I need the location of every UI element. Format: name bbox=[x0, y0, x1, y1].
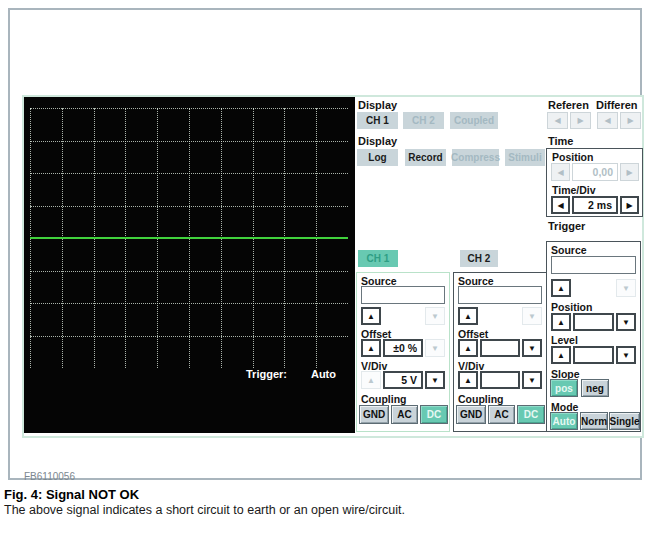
ch2-coupling-ac-button[interactable]: AC bbox=[488, 405, 515, 424]
image-code: FB6110056 bbox=[24, 471, 75, 482]
tab-ch2[interactable]: CH 2 bbox=[460, 250, 498, 267]
ch1-coupling-gnd-button[interactable]: GND bbox=[359, 405, 389, 424]
trigger-source-down-button: ▼ bbox=[616, 279, 636, 297]
trigger-position-label: Position bbox=[551, 301, 592, 313]
trigger-level-down-button[interactable]: ▼ bbox=[616, 346, 636, 364]
ch1-source-input[interactable] bbox=[361, 286, 445, 304]
slope-neg-button[interactable]: neg bbox=[581, 379, 609, 397]
up-arrow-icon: ▲ bbox=[464, 344, 472, 353]
compress-button: Compress bbox=[452, 149, 499, 166]
display-channels-label: Display bbox=[358, 99, 397, 111]
ch2-offset-down-button[interactable]: ▼ bbox=[522, 339, 542, 357]
timediv-decrease-button[interactable]: ◀ bbox=[551, 196, 570, 214]
figure-title: Fig. 4: Signal NOT OK bbox=[4, 487, 139, 502]
down-arrow-icon: ▼ bbox=[528, 312, 536, 321]
ch2-offset-value[interactable] bbox=[480, 339, 520, 357]
trigger-source-input[interactable] bbox=[551, 256, 636, 274]
up-arrow-icon: ▲ bbox=[367, 376, 375, 385]
left-arrow-icon: ◀ bbox=[557, 168, 563, 177]
scope-gridline-horizontal bbox=[30, 336, 348, 337]
ch1-coupling-ac-button[interactable]: AC bbox=[391, 405, 418, 424]
scope-gridline-horizontal bbox=[30, 271, 348, 272]
trigger-position-up-button[interactable]: ▲ bbox=[551, 313, 571, 331]
trigger-position-value[interactable] bbox=[573, 313, 614, 331]
timediv-label: Time/Div bbox=[552, 184, 596, 196]
down-arrow-icon: ▼ bbox=[622, 284, 630, 293]
ch1-panel: Source ▲ ▼ Offset ▲ ±0 % ▼ V/Div ▲ 5 V ▼… bbox=[356, 272, 450, 432]
ch1-offset-up-button[interactable]: ▲ bbox=[361, 339, 381, 357]
right-arrow-icon: ▶ bbox=[627, 116, 633, 125]
down-arrow-icon: ▼ bbox=[622, 351, 630, 360]
up-arrow-icon: ▲ bbox=[367, 312, 375, 321]
scope-grid bbox=[30, 108, 348, 368]
trigger-panel: Source ▲ ▼ Position ▲ ▼ Level ▲ ▼ Slope … bbox=[546, 241, 641, 432]
timediv-value[interactable]: 2 ms bbox=[572, 196, 618, 214]
scope-gridline-horizontal bbox=[30, 303, 348, 304]
ch1-vdiv-value[interactable]: 5 V bbox=[383, 371, 423, 389]
ch1-coupling-label: Coupling bbox=[361, 393, 407, 405]
down-arrow-icon: ▼ bbox=[528, 344, 536, 353]
ch2-source-input[interactable] bbox=[458, 286, 542, 304]
slope-pos-button[interactable]: pos bbox=[550, 379, 578, 397]
differential-label: Differen bbox=[596, 99, 638, 111]
trigger-level-value[interactable] bbox=[573, 346, 614, 364]
reference-label: Referen bbox=[548, 99, 589, 111]
record-button[interactable]: Record bbox=[405, 149, 446, 166]
up-arrow-icon: ▲ bbox=[464, 376, 472, 385]
mode-auto-button[interactable]: Auto bbox=[550, 412, 578, 430]
trigger-level-up-button[interactable]: ▲ bbox=[551, 346, 571, 364]
up-arrow-icon: ▲ bbox=[557, 284, 565, 293]
trigger-position-down-button[interactable]: ▼ bbox=[616, 313, 636, 331]
ch1-coupling-dc-button[interactable]: DC bbox=[420, 405, 448, 424]
trigger-source-up-button[interactable]: ▲ bbox=[551, 279, 571, 297]
mode-norm-button[interactable]: Norm bbox=[580, 412, 608, 430]
ch1-vdiv-up-button: ▲ bbox=[361, 371, 381, 389]
time-position-label: Position bbox=[552, 151, 593, 163]
mode-single-button[interactable]: Single bbox=[609, 412, 640, 430]
ch2-offset-up-button[interactable]: ▲ bbox=[458, 339, 478, 357]
trigger-status-label: Trigger: bbox=[246, 368, 287, 380]
time-position-increase-button: ▶ bbox=[620, 163, 639, 181]
trigger-label: Trigger bbox=[548, 220, 585, 232]
scope-gridline-horizontal bbox=[30, 141, 348, 142]
display-ch1-button[interactable]: CH 1 bbox=[357, 112, 398, 129]
ch2-coupling-dc-button[interactable]: DC bbox=[517, 405, 545, 424]
trigger-status-value: Auto bbox=[311, 368, 336, 380]
ch2-source-up-button[interactable]: ▲ bbox=[458, 307, 478, 325]
ch1-source-up-button[interactable]: ▲ bbox=[361, 307, 381, 325]
scope-gridline-horizontal bbox=[30, 206, 348, 207]
log-button[interactable]: Log bbox=[357, 149, 398, 166]
scope-gridline-horizontal bbox=[30, 173, 348, 174]
timediv-increase-button[interactable]: ▶ bbox=[620, 196, 639, 214]
reference-prev-button: ◀ bbox=[547, 112, 568, 129]
ch2-vdiv-up-button[interactable]: ▲ bbox=[458, 371, 478, 389]
time-position-value: 0,00 bbox=[572, 163, 618, 181]
stimuli-button: Stimuli bbox=[505, 149, 545, 166]
ch1-vdiv-down-button[interactable]: ▼ bbox=[425, 371, 445, 389]
trigger-level-label: Level bbox=[551, 334, 578, 346]
ch1-offset-value[interactable]: ±0 % bbox=[383, 339, 423, 357]
ch1-offset-down-button: ▼ bbox=[425, 339, 445, 357]
down-arrow-icon: ▼ bbox=[431, 312, 439, 321]
differential-prev-button: ◀ bbox=[597, 112, 618, 129]
ch2-coupling-gnd-button[interactable]: GND bbox=[456, 405, 486, 424]
tab-ch1[interactable]: CH 1 bbox=[358, 250, 398, 267]
right-arrow-icon: ▶ bbox=[577, 116, 583, 125]
trigger-source-label: Source bbox=[551, 244, 587, 256]
oscilloscope-app-window: Trigger: Auto Display CH 1 CH 2 Coupled … bbox=[22, 95, 644, 438]
up-arrow-icon: ▲ bbox=[464, 312, 472, 321]
ch2-vdiv-down-button[interactable]: ▼ bbox=[522, 371, 542, 389]
down-arrow-icon: ▼ bbox=[431, 344, 439, 353]
display-modes-label: Display bbox=[358, 135, 397, 147]
reference-next-button: ▶ bbox=[570, 112, 591, 129]
time-panel: Position ◀ 0,00 ▶ Time/Div ◀ 2 ms ▶ bbox=[546, 148, 643, 217]
up-arrow-icon: ▲ bbox=[557, 351, 565, 360]
down-arrow-icon: ▼ bbox=[431, 376, 439, 385]
ch2-vdiv-value[interactable] bbox=[480, 371, 520, 389]
ch2-panel: Source ▲ ▼ Offset ▲ ▼ V/Div ▲ ▼ Coupling… bbox=[453, 272, 547, 432]
ch2-source-down-button: ▼ bbox=[522, 307, 542, 325]
display-coupled-button: Coupled bbox=[450, 112, 498, 129]
up-arrow-icon: ▲ bbox=[557, 318, 565, 327]
down-arrow-icon: ▼ bbox=[622, 318, 630, 327]
trigger-status: Trigger: Auto bbox=[246, 368, 336, 380]
